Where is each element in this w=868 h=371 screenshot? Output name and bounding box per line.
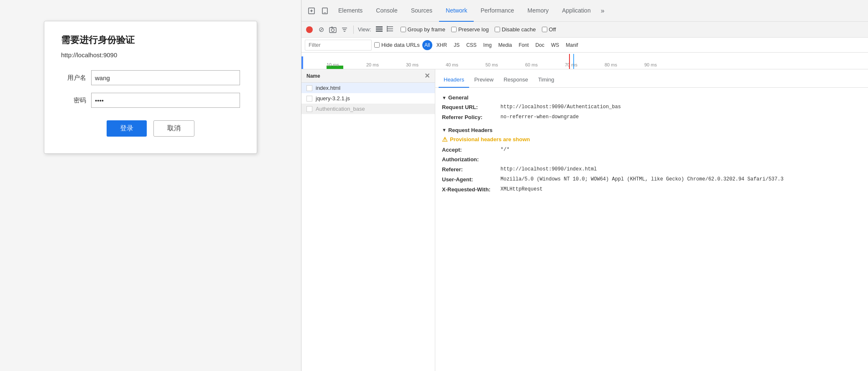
tab-performance[interactable]: Performance <box>474 0 521 22</box>
filter-type-buttons: All XHR JS CSS Img Media Font Doc WS Man… <box>422 40 581 50</box>
tab-memory[interactable]: Memory <box>521 0 556 22</box>
user-agent-key: User-Agent: <box>442 175 500 184</box>
authorization-key: Authorization: <box>442 155 500 164</box>
view-label: View: <box>358 26 371 33</box>
preserve-log-checkbox-group: Preserve log <box>451 26 489 33</box>
auth-dialog-title: 需要进行身份验证 <box>61 34 240 46</box>
filter-type-ws[interactable]: WS <box>549 41 562 49</box>
details-tab-preview[interactable]: Preview <box>469 73 498 88</box>
file-name-jquery: jquery-3.2.1.js <box>316 95 350 102</box>
file-item-index-html[interactable]: index.html <box>301 83 435 93</box>
request-url-row: Request URL: http://localhost:9090/Authe… <box>442 103 861 112</box>
referer-key: Referer: <box>442 165 500 174</box>
request-headers-arrow-icon: ▼ <box>442 127 447 132</box>
request-url-value: http://localhost:9090/Authentication_bas <box>500 103 621 112</box>
group-by-frame-checkbox[interactable] <box>401 27 406 32</box>
screenshot-button[interactable] <box>328 25 337 34</box>
filter-type-manif[interactable]: Manif <box>563 41 580 49</box>
timeline-tick-30: 30 ms <box>406 62 419 67</box>
preserve-log-checkbox[interactable] <box>451 27 457 32</box>
filter-type-css[interactable]: CSS <box>464 41 479 49</box>
timeline-tick-40: 40 ms <box>446 62 458 67</box>
filter-button[interactable] <box>340 25 349 34</box>
timeline-inner: 10 ms 20 ms 30 ms 40 ms 50 ms 60 ms 70 m… <box>301 53 868 69</box>
preserve-log-label[interactable]: Preserve log <box>458 26 489 33</box>
referer-row: Referer: http://localhost:9090/index.htm… <box>442 165 861 174</box>
offline-checkbox[interactable] <box>542 27 547 32</box>
password-row: 密码 <box>61 93 240 108</box>
network-toolbar: ⊘ View: <box>301 22 868 38</box>
name-column-header: Name <box>306 73 320 79</box>
accept-key: Accept: <box>442 146 500 155</box>
browser-content: 需要进行身份验证 http://localhost:9090 用户名 密码 登录… <box>0 0 301 371</box>
group-by-frame-checkbox-group: Group by frame <box>401 26 445 33</box>
file-item-auth-base[interactable]: Authentication_base <box>301 104 435 114</box>
hide-data-urls-checkbox[interactable] <box>374 42 380 48</box>
referer-value: http://localhost:9090/index.html <box>500 165 597 174</box>
username-row: 用户名 <box>61 70 240 85</box>
record-button[interactable] <box>305 25 314 34</box>
filter-type-all[interactable]: All <box>422 40 432 50</box>
svg-rect-9 <box>376 26 383 28</box>
cancel-button[interactable]: 取消 <box>153 120 194 137</box>
request-headers-label: Request Headers <box>448 127 493 133</box>
file-name-auth-base: Authentication_base <box>316 106 365 112</box>
accept-row: Accept: */* <box>442 146 861 155</box>
waterfall-view-icon[interactable] <box>386 25 394 33</box>
filter-type-doc[interactable]: Doc <box>533 41 547 49</box>
user-agent-row: User-Agent: Mozilla/5.0 (Windows NT 10.0… <box>442 175 861 184</box>
provisional-headers-text: Provisional headers are shown <box>450 136 530 142</box>
devtools-tabs: Elements Console Sources Network Perform… <box>301 0 868 22</box>
password-field[interactable] <box>91 93 240 108</box>
details-panel: Headers Preview Response Timing ▼ Genera… <box>435 69 868 371</box>
filter-type-media[interactable]: Media <box>496 41 515 49</box>
username-field[interactable] <box>91 70 240 85</box>
tab-sources[interactable]: Sources <box>404 0 439 22</box>
offline-label[interactable]: Off <box>549 26 556 33</box>
filter-bar: Hide data URLs All XHR JS CSS Img Media … <box>301 38 868 53</box>
file-list: index.html jquery-3.2.1.js Authenticatio… <box>301 83 435 371</box>
disable-cache-checkbox[interactable] <box>495 27 500 32</box>
timeline-tick-70: 70 ms <box>565 62 577 67</box>
hide-data-urls-group: Hide data URLs <box>374 42 420 48</box>
filter-type-js[interactable]: JS <box>451 41 462 49</box>
file-name-index-html: index.html <box>316 85 340 91</box>
stop-button[interactable]: ⊘ <box>317 25 326 34</box>
timeline-blue2-line <box>573 54 574 69</box>
tab-network[interactable]: Network <box>439 0 474 22</box>
svg-rect-10 <box>376 28 383 30</box>
authorization-row: Authorization: <box>442 155 861 164</box>
details-tab-timing[interactable]: Timing <box>533 73 559 88</box>
details-tab-headers[interactable]: Headers <box>439 73 469 88</box>
inspect-icon[interactable] <box>305 4 318 18</box>
hide-data-urls-label[interactable]: Hide data URLs <box>381 42 420 48</box>
login-button[interactable]: 登录 <box>107 120 147 137</box>
timeline-bar: 10 ms 20 ms 30 ms 40 ms 50 ms 60 ms 70 m… <box>301 53 868 69</box>
warning-icon: ⚠ <box>442 136 447 143</box>
filter-input[interactable] <box>309 42 363 48</box>
referrer-policy-key: Referrer Policy: <box>442 113 500 122</box>
devtools-panel: Elements Console Sources Network Perform… <box>301 0 868 371</box>
tab-console[interactable]: Console <box>369 0 404 22</box>
auth-dialog: 需要进行身份验证 http://localhost:9090 用户名 密码 登录… <box>44 21 257 154</box>
file-icon-index <box>306 85 312 91</box>
filter-type-font[interactable]: Font <box>516 41 531 49</box>
filter-type-xhr[interactable]: XHR <box>434 41 449 49</box>
auth-dialog-url: http://localhost:9090 <box>61 51 240 58</box>
details-tab-response[interactable]: Response <box>498 73 533 88</box>
disable-cache-label[interactable]: Disable cache <box>502 26 536 33</box>
svg-rect-2 <box>324 13 326 13</box>
timeline-tick-80: 80 ms <box>605 62 617 67</box>
file-list-panel: Name ✕ index.html jquery-3.2.1.js Authen… <box>301 69 435 371</box>
x-requested-with-row: X-Requested-With: XMLHttpRequest <box>442 186 861 194</box>
device-icon[interactable] <box>318 4 332 18</box>
filter-type-img[interactable]: Img <box>481 41 494 49</box>
general-arrow-icon: ▼ <box>442 95 447 100</box>
group-by-frame-label[interactable]: Group by frame <box>408 26 445 33</box>
close-details-button[interactable]: ✕ <box>424 72 430 80</box>
list-view-icon[interactable] <box>375 25 383 33</box>
more-tabs-icon[interactable]: » <box>597 7 608 15</box>
file-item-jquery[interactable]: jquery-3.2.1.js <box>301 93 435 104</box>
tab-elements[interactable]: Elements <box>332 0 369 22</box>
tab-application[interactable]: Application <box>555 0 597 22</box>
